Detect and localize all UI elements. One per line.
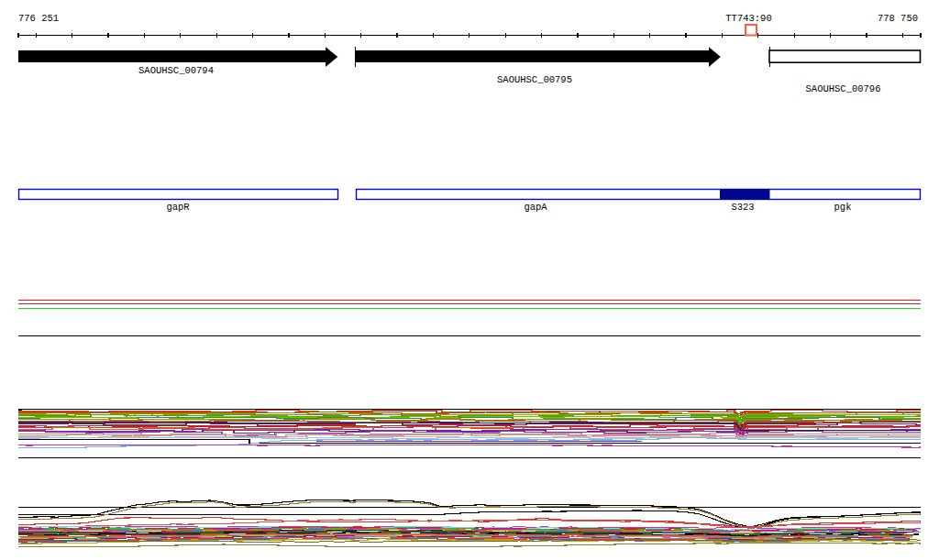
svg-text:SAOUHSC_00796: SAOUHSC_00796 (806, 83, 881, 94)
svg-text:gapR: gapR (166, 202, 190, 213)
svg-text:778 750: 778 750 (878, 13, 918, 24)
svg-text:776 251: 776 251 (18, 13, 59, 24)
svg-text:SAOUHSC_00794: SAOUHSC_00794 (138, 65, 214, 76)
svg-text:S323: S323 (731, 202, 754, 213)
svg-text:gapA: gapA (524, 202, 547, 213)
svg-text:pgk: pgk (834, 202, 852, 213)
svg-text:SAOUHSC_00795: SAOUHSC_00795 (497, 74, 572, 85)
svg-text:TT743:90: TT743:90 (725, 13, 771, 24)
